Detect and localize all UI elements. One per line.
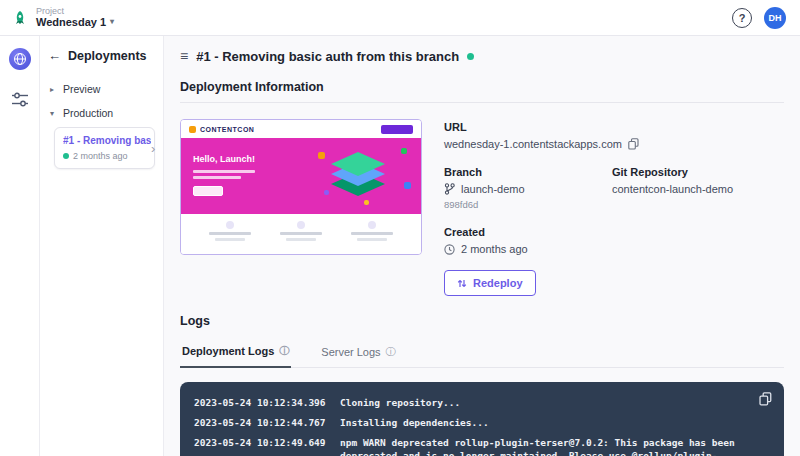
- chevron-down-icon: ▾: [110, 18, 114, 27]
- divider: [180, 102, 784, 103]
- clock-icon: [444, 244, 455, 255]
- redeploy-label: Redeploy: [473, 277, 523, 289]
- tab-deployment-logs[interactable]: Deployment Logs ⓘ: [180, 340, 291, 368]
- decor-square: [401, 148, 407, 154]
- log-line: 2023-05-24 10:12:49.649 npm WARN depreca…: [194, 436, 740, 456]
- branch-block: Branch launch-demo 898fd6d: [444, 166, 612, 210]
- site-preview-thumbnail[interactable]: CONTENTCON Hello, Launch!: [180, 119, 422, 255]
- preview-nav-button: [381, 125, 413, 134]
- info-icon: ⓘ: [279, 344, 289, 358]
- repo-label: Git Repository: [612, 166, 784, 178]
- icon-rail: [0, 36, 40, 456]
- redeploy-button[interactable]: Redeploy: [444, 270, 536, 296]
- project-label: Project: [36, 7, 114, 17]
- globe-icon: [13, 52, 27, 66]
- group-preview-label: Preview: [63, 83, 100, 95]
- tab-server-logs-label: Server Logs: [321, 346, 380, 358]
- url-label: URL: [444, 121, 784, 133]
- status-dot: [63, 153, 69, 159]
- preview-hero-title: Hello, Launch!: [193, 154, 255, 164]
- git-branch-icon: [444, 183, 455, 195]
- launch-app-icon[interactable]: [9, 48, 31, 70]
- log-message: Cloning repository...: [340, 396, 740, 410]
- log-message: npm WARN deprecated rollup-plugin-terser…: [340, 436, 740, 456]
- url-value: wednesday-1.contentstackapps.com: [444, 138, 622, 150]
- panel-title: Deployments: [68, 49, 147, 63]
- help-button[interactable]: ?: [732, 8, 752, 28]
- decor-square: [318, 152, 325, 159]
- launch-logo-icon: [12, 10, 28, 26]
- decor-square: [324, 190, 329, 195]
- chevron-right-icon: ▸: [50, 85, 58, 94]
- created-value: 2 months ago: [461, 243, 528, 255]
- commit-hash: 898fd6d: [444, 199, 612, 210]
- tab-deployment-logs-label: Deployment Logs: [182, 345, 274, 357]
- deployment-item-title: #1 - Removing basic auth ...: [63, 135, 151, 146]
- stacked-layers-illustration: [323, 146, 393, 206]
- deployment-list-item[interactable]: #1 - Removing basic auth ... 2 months ag…: [54, 127, 155, 169]
- logs-tabs: Deployment Logs ⓘ Server Logs ⓘ: [180, 340, 784, 368]
- log-timestamp: 2023-05-24 10:12:49.649: [194, 436, 326, 456]
- copy-icon: [759, 392, 772, 406]
- main-content: ≡ #1 - Removing basic auth from this bra…: [164, 36, 800, 456]
- list-icon: ≡: [180, 48, 188, 64]
- preview-cta-button: [193, 186, 223, 196]
- copy-logs-button[interactable]: [759, 392, 772, 408]
- settings-sliders-icon[interactable]: [11, 92, 29, 112]
- avatar[interactable]: DH: [764, 7, 786, 29]
- log-message: Installing dependencies...: [340, 416, 740, 430]
- logs-heading: Logs: [180, 314, 784, 328]
- chevron-right-icon: ›: [151, 141, 155, 156]
- info-icon: ⓘ: [386, 345, 396, 359]
- log-timestamp: 2023-05-24 10:12:44.767: [194, 416, 326, 430]
- branch-value: launch-demo: [461, 183, 525, 195]
- preview-text-bar: [193, 170, 255, 173]
- created-block: Created 2 months ago: [444, 226, 784, 255]
- decor-square: [404, 182, 411, 189]
- preview-brand-icon: [189, 126, 196, 133]
- preview-footer: [181, 214, 421, 255]
- log-line: 2023-05-24 10:12:44.767 Installing depen…: [194, 416, 740, 430]
- copy-icon: [628, 138, 639, 150]
- chevron-down-icon: ▾: [50, 109, 58, 118]
- preview-hero: Hello, Launch!: [181, 138, 421, 214]
- back-button[interactable]: ←: [48, 48, 61, 63]
- group-production-label: Production: [63, 107, 113, 119]
- group-preview[interactable]: ▸ Preview: [48, 77, 155, 101]
- deployment-status-dot: [467, 53, 474, 60]
- deployment-item-time: 2 months ago: [73, 151, 128, 161]
- log-console: 2023-05-24 10:12:34.396 Cloning reposito…: [180, 382, 784, 456]
- repo-block: Git Repository contentcon-launch-demo: [612, 166, 784, 210]
- created-label: Created: [444, 226, 784, 238]
- deployment-info-heading: Deployment Information: [180, 80, 784, 94]
- logs-section: Logs Deployment Logs ⓘ Server Logs ⓘ: [180, 314, 784, 456]
- tab-server-logs[interactable]: Server Logs ⓘ: [319, 340, 397, 367]
- deployments-panel: ← Deployments ▸ Preview ▾ Production #1 …: [40, 36, 164, 456]
- page-title: #1 - Removing basic auth from this branc…: [196, 49, 459, 64]
- group-production[interactable]: ▾ Production: [48, 101, 155, 125]
- log-timestamp: 2023-05-24 10:12:34.396: [194, 396, 326, 410]
- decor-square: [364, 200, 369, 205]
- copy-url-button[interactable]: [628, 138, 639, 150]
- redeploy-icon: [457, 278, 467, 289]
- preview-text-bar: [193, 176, 241, 179]
- repo-value: contentcon-launch-demo: [612, 183, 733, 195]
- log-line: 2023-05-24 10:12:34.396 Cloning reposito…: [194, 396, 740, 410]
- branch-label: Branch: [444, 166, 612, 178]
- project-switcher[interactable]: Project Wednesday 1 ▾: [36, 7, 114, 29]
- project-name: Wednesday 1: [36, 16, 106, 28]
- preview-brand: CONTENTCON: [200, 126, 254, 133]
- top-bar: Project Wednesday 1 ▾ ? DH: [0, 0, 800, 36]
